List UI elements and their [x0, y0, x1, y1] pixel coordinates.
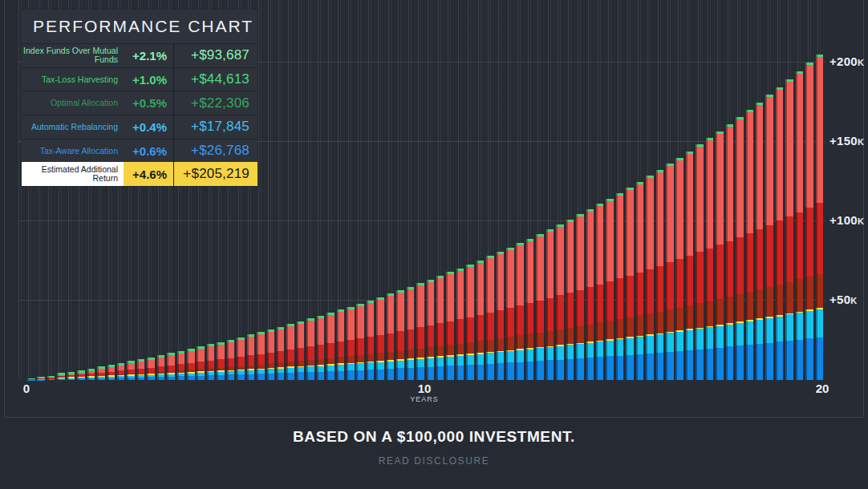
segment-tax-loss — [536, 301, 544, 333]
segment-optimal-alloc — [427, 347, 435, 357]
segment-auto-rebalancing — [497, 352, 505, 363]
segment-optimal-alloc — [726, 297, 734, 323]
bar — [247, 334, 255, 380]
bar — [416, 283, 424, 380]
segment-index-funds — [267, 332, 275, 353]
segment-index-funds — [576, 216, 584, 289]
segment-optimal-alloc — [716, 299, 724, 325]
bar — [726, 124, 734, 380]
bar — [656, 170, 664, 380]
segment-index-funds — [137, 362, 145, 369]
segment-optimal-alloc — [816, 274, 824, 309]
bar — [796, 71, 804, 380]
segment-optimal-alloc — [636, 315, 644, 335]
bar — [227, 340, 235, 380]
segment-index-funds — [805, 65, 813, 208]
performance-chart-page: +200K+150K+100K+50K 010YEARS20 PERFORMAN… — [0, 0, 868, 489]
segment-auto-rebalancing — [356, 363, 364, 370]
bar — [596, 204, 604, 380]
segment-optimal-alloc — [477, 341, 485, 353]
bar — [736, 117, 744, 380]
segment-tax-aware — [247, 374, 255, 380]
segment-index-funds — [197, 349, 205, 362]
bar — [816, 55, 824, 380]
legend-row-amount: +$205,219 — [174, 162, 258, 186]
segment-optimal-alloc — [576, 326, 584, 343]
segment-index-funds — [297, 324, 305, 348]
bar — [57, 373, 65, 380]
segment-tax-aware — [646, 354, 654, 380]
segment-tax-loss — [636, 273, 644, 316]
segment-auto-rebalancing — [516, 350, 524, 362]
segment-tax-aware — [576, 358, 584, 380]
y-axis-tick-label: +50K — [829, 293, 868, 306]
segment-index-funds — [356, 306, 364, 339]
segment-tax-loss — [446, 321, 454, 345]
segment-optimal-alloc — [327, 358, 335, 365]
segment-auto-rebalancing — [486, 353, 494, 363]
segment-index-funds — [207, 346, 215, 360]
segment-index-funds — [726, 127, 734, 241]
segment-tax-loss — [187, 363, 195, 370]
segment-auto-rebalancing — [407, 360, 415, 368]
bar — [616, 193, 624, 380]
segment-optimal-alloc — [387, 352, 395, 360]
segment-auto-rebalancing — [606, 341, 614, 357]
segment-auto-rebalancing — [337, 365, 345, 371]
segment-tax-aware — [286, 373, 294, 380]
bar — [147, 358, 155, 380]
segment-tax-aware — [157, 377, 165, 380]
segment-optimal-alloc — [796, 279, 804, 311]
segment-optimal-alloc — [586, 325, 594, 342]
segment-tax-aware — [257, 374, 265, 380]
segment-tax-loss — [356, 338, 364, 355]
legend-row-percent: +1.0% — [124, 68, 173, 91]
segment-auto-rebalancing — [427, 358, 435, 367]
segment-index-funds — [675, 160, 683, 260]
segment-auto-rebalancing — [746, 321, 754, 345]
segment-tax-loss — [347, 340, 355, 356]
bar — [606, 199, 614, 380]
bar — [427, 280, 435, 380]
segment-tax-aware — [497, 363, 505, 380]
segment-tax-aware — [536, 361, 544, 380]
read-disclosure-link[interactable]: READ DISCLOSURE — [0, 455, 868, 467]
bar — [127, 361, 135, 380]
segment-index-funds — [666, 166, 674, 262]
segment-tax-loss — [157, 366, 165, 372]
segment-tax-aware — [147, 377, 155, 380]
segment-tax-aware — [456, 366, 464, 380]
segment-tax-loss — [576, 290, 584, 326]
segment-auto-rebalancing — [526, 350, 534, 362]
bar — [706, 138, 714, 380]
bar — [37, 377, 45, 380]
segment-tax-loss — [277, 351, 285, 362]
segment-optimal-alloc — [367, 354, 375, 362]
segment-index-funds — [546, 232, 554, 298]
segment-tax-loss — [556, 295, 564, 329]
segment-optimal-alloc — [805, 277, 813, 310]
legend-row-amount: +$93,687 — [174, 44, 258, 67]
x-axis-tick-label: 0 — [2, 382, 51, 395]
segment-tax-aware — [87, 378, 95, 380]
segment-tax-aware — [97, 378, 105, 380]
segment-auto-rebalancing — [616, 339, 624, 355]
legend-row-percent: +2.1% — [124, 44, 173, 67]
segment-tax-loss — [566, 293, 574, 328]
segment-index-funds — [686, 154, 694, 256]
segment-tax-aware — [816, 337, 824, 380]
bar — [267, 329, 275, 380]
bar — [407, 287, 415, 380]
segment-index-funds — [646, 178, 654, 269]
segment-tax-aware — [616, 356, 624, 380]
segment-optimal-alloc — [706, 301, 714, 326]
segment-tax-aware — [706, 349, 714, 380]
segment-index-funds — [286, 326, 294, 350]
bar — [297, 321, 305, 380]
bar — [87, 369, 95, 380]
segment-tax-aware — [765, 343, 773, 380]
segment-tax-loss — [427, 325, 435, 347]
segment-index-funds — [486, 258, 494, 313]
segment-index-funds — [317, 318, 325, 346]
bar — [277, 327, 285, 380]
